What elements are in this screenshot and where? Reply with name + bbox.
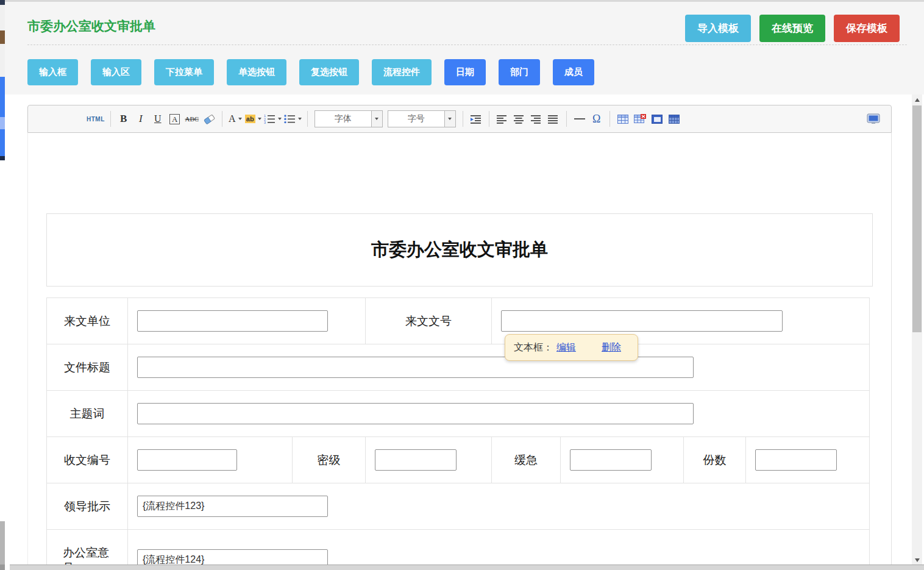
source-unit-input[interactable] [137, 310, 328, 332]
save-template-button[interactable]: 保存模板 [834, 15, 900, 42]
doc-number-input[interactable] [501, 310, 783, 332]
toolbar-separator [609, 111, 610, 127]
unordered-list-icon [284, 114, 296, 124]
insert-department-button[interactable]: 部门 [499, 59, 540, 85]
special-char-button[interactable]: Ω [589, 111, 604, 127]
font-size-arrow[interactable] [444, 111, 455, 127]
toolbar-separator [463, 111, 463, 127]
vertical-scrollbar[interactable] [912, 94, 922, 565]
label-doc-title: 文件标题 [47, 344, 128, 391]
font-color-a-icon: A [229, 113, 236, 124]
label-office-opinion: 办公室意见 [47, 530, 128, 565]
urgency-input[interactable] [570, 449, 652, 471]
label-source-unit: 来文单位 [47, 298, 128, 344]
tooltip-edit-link[interactable]: 编辑 [556, 341, 576, 354]
underline-button[interactable]: U [151, 111, 165, 127]
office-opinion-input[interactable] [137, 549, 328, 565]
insert-checkbox-button[interactable]: 复选按钮 [299, 59, 359, 85]
scroll-down-button[interactable] [912, 555, 922, 565]
table-properties-button[interactable] [650, 111, 664, 127]
label-receive-number: 收文编号 [47, 437, 128, 483]
window-bottom-corner [0, 565, 5, 570]
insert-member-button[interactable]: 成员 [553, 59, 594, 85]
table-properties-icon [652, 115, 663, 124]
dropdown-caret-icon [238, 118, 242, 120]
arrow-down-icon [915, 558, 920, 562]
font-color-button[interactable]: A [228, 111, 243, 127]
editor-document-area[interactable]: 市委办公室收文审批单 来文单位 来文文号 文件标题 主 [27, 133, 892, 565]
align-center-button[interactable] [512, 111, 527, 127]
html-source-button[interactable]: HTML [87, 111, 105, 127]
rich-text-editor: HTML B I U A ABC A ab [27, 105, 892, 565]
eraser-icon [202, 113, 216, 124]
toolbar-separator [566, 111, 567, 127]
delete-table-icon [634, 114, 646, 124]
align-justify-icon [548, 115, 558, 124]
align-left-button[interactable] [495, 111, 510, 127]
align-right-button[interactable] [529, 111, 544, 127]
svg-text:3: 3 [264, 121, 266, 124]
insert-dropdown-button[interactable]: 下拉菜单 [154, 59, 214, 85]
field-widget-buttons: 输入框 输入区 下拉菜单 单选按钮 复选按钮 流程控件 日期 部门 成员 [27, 59, 594, 85]
secret-level-input[interactable] [375, 449, 457, 471]
highlight-color-button[interactable]: ab [245, 111, 261, 127]
remove-format-button[interactable] [202, 111, 216, 127]
window-bottom-edge [10, 565, 924, 570]
dropdown-caret-icon [375, 118, 378, 120]
ordered-list-icon: 1 2 3 [264, 114, 275, 124]
tooltip-delete-link[interactable]: 删除 [602, 341, 621, 354]
insert-textarea-button[interactable]: 输入区 [91, 59, 141, 85]
toolbar-separator [110, 111, 111, 127]
fullscreen-button[interactable] [867, 105, 880, 132]
arrow-up-icon [915, 98, 920, 102]
indent-button[interactable] [469, 111, 483, 127]
copies-input[interactable] [755, 449, 837, 471]
bold-button[interactable]: B [116, 111, 131, 127]
dropdown-caret-icon [298, 118, 302, 120]
italic-button[interactable]: I [133, 111, 148, 127]
align-center-icon [514, 115, 524, 124]
monitor-icon [867, 113, 880, 124]
dashed-divider [27, 45, 907, 45]
horizontal-rule-button[interactable] [572, 111, 587, 127]
table-row: 领导批示 [47, 483, 870, 530]
delete-table-button[interactable] [633, 111, 647, 127]
table-row: 办公室意见 [47, 530, 870, 565]
ordered-list-button[interactable]: 1 2 3 [264, 111, 282, 127]
label-leader-note: 领导批示 [47, 483, 128, 530]
insert-input-box-button[interactable]: 输入框 [27, 59, 78, 85]
table-row: 来文单位 来文文号 [47, 298, 870, 344]
online-preview-button[interactable]: 在线预览 [759, 15, 825, 42]
tooltip-label: 文本框： [514, 341, 553, 354]
insert-date-button[interactable]: 日期 [444, 59, 486, 85]
cell-properties-button[interactable] [667, 111, 681, 127]
insert-flow-control-button[interactable]: 流程控件 [372, 59, 432, 85]
toolbar-separator [222, 111, 222, 127]
font-size-select[interactable]: 字号 [388, 110, 456, 127]
font-family-value: 字体 [315, 111, 371, 127]
keywords-input[interactable] [137, 403, 694, 424]
toolbar-separator [489, 111, 489, 127]
scroll-up-button[interactable] [912, 94, 922, 105]
leader-note-input[interactable] [137, 496, 328, 517]
unordered-list-button[interactable] [284, 111, 302, 127]
dropdown-caret-icon [278, 118, 282, 120]
receive-number-input[interactable] [137, 449, 237, 471]
import-template-button[interactable]: 导入模板 [685, 15, 751, 42]
align-justify-button[interactable] [546, 111, 561, 127]
style-box-button[interactable]: A [168, 111, 182, 127]
font-size-value: 字号 [388, 111, 444, 127]
insert-radio-button[interactable]: 单选按钮 [227, 59, 286, 85]
background-window-edge [0, 0, 5, 570]
strikethrough-button[interactable]: ABC [185, 111, 199, 127]
scrollbar-thumb[interactable] [912, 105, 922, 332]
font-family-select[interactable]: 字体 [315, 110, 383, 127]
template-designer-window: 市委办公室收文审批单 导入模板 在线预览 保存模板 输入框 输入区 下拉菜单 单… [5, 0, 924, 570]
insert-table-button[interactable] [616, 111, 630, 127]
dropdown-caret-icon [448, 118, 452, 120]
form-title: 市委办公室收文审批单 [371, 238, 548, 262]
font-family-arrow[interactable] [371, 111, 382, 127]
toolbar-separator [307, 111, 308, 127]
label-copies: 份数 [684, 437, 746, 483]
textbox-tooltip: 文本框： 编辑 删除 [505, 334, 638, 361]
